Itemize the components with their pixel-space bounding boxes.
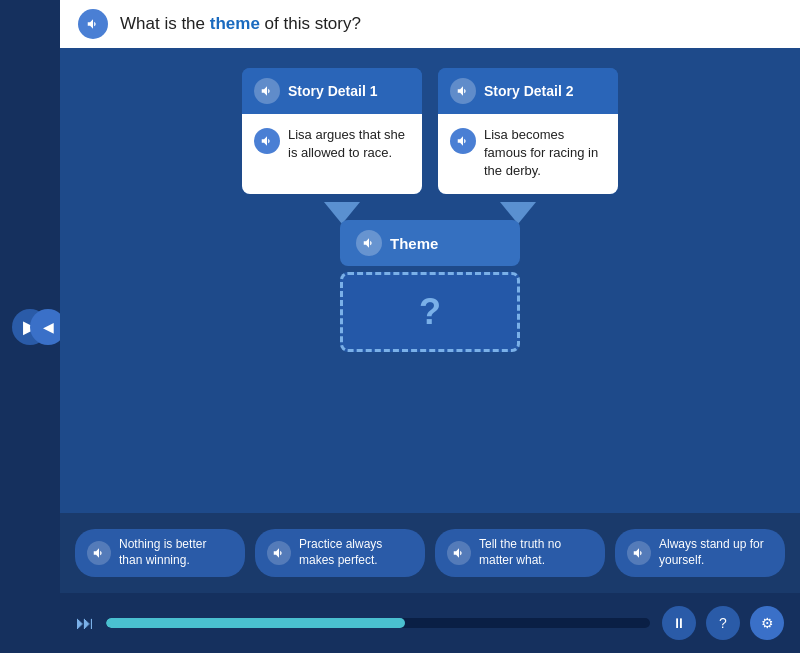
settings-icon: ⚙ xyxy=(761,615,774,631)
story-card-2-speaker[interactable] xyxy=(450,78,476,104)
pause-button[interactable]: ⏸ xyxy=(662,606,696,640)
theme-label: Theme xyxy=(390,235,438,252)
question-prefix: What is the xyxy=(120,14,210,33)
answer-choice-1[interactable]: Nothing is better than winning. xyxy=(75,529,245,576)
question-highlight: theme xyxy=(210,14,260,33)
question-suffix: of this story? xyxy=(260,14,361,33)
progress-bar-fill xyxy=(106,618,405,628)
question-text: What is the theme of this story? xyxy=(120,14,361,34)
theme-placeholder: ? xyxy=(419,291,441,333)
question-speaker-icon[interactable] xyxy=(78,9,108,39)
skip-button[interactable]: ⏭ xyxy=(76,613,94,634)
progress-bar-container xyxy=(106,618,650,628)
side-panel-icon: ◀ xyxy=(43,319,54,335)
footer-controls: ⏸ ? ⚙ xyxy=(662,606,784,640)
answer-3-speaker[interactable] xyxy=(447,541,471,565)
answer-4-text: Always stand up for yourself. xyxy=(659,537,773,568)
story-card-2-body: Lisa becomes famous for racing in the de… xyxy=(438,114,618,194)
help-icon: ? xyxy=(719,615,727,631)
footer-bar: ⏭ ⏸ ? ⚙ xyxy=(60,593,800,653)
story-card-1-body-speaker[interactable] xyxy=(254,128,280,154)
story-card-2-text: Lisa becomes famous for racing in the de… xyxy=(484,126,606,181)
answer-choice-3[interactable]: Tell the truth no matter what. xyxy=(435,529,605,576)
story-card-1-body-speaker-icon xyxy=(260,134,274,148)
story-card-1-speaker-icon xyxy=(260,84,274,98)
story-card-1-header: Story Detail 1 xyxy=(242,68,422,114)
story-card-2-title: Story Detail 2 xyxy=(484,83,573,99)
answer-1-speaker[interactable] xyxy=(87,541,111,565)
story-card-1-text: Lisa argues that she is allowed to race. xyxy=(288,126,410,162)
bottom-answer-bar: Nothing is better than winning. Practice… xyxy=(60,513,800,593)
answer-2-text: Practice always makes perfect. xyxy=(299,537,413,568)
story-card-2-header: Story Detail 2 xyxy=(438,68,618,114)
theme-drop-zone[interactable]: ? xyxy=(340,272,520,352)
answer-choice-2[interactable]: Practice always makes perfect. xyxy=(255,529,425,576)
theme-container: Theme ? xyxy=(340,224,520,352)
story-card-2-body-speaker-icon xyxy=(456,134,470,148)
story-card-2-body-speaker[interactable] xyxy=(450,128,476,154)
help-button[interactable]: ? xyxy=(706,606,740,640)
answer-2-speaker[interactable] xyxy=(267,541,291,565)
main-content: Story Detail 1 Lisa argues that she is a… xyxy=(60,48,800,593)
story-cards-row: Story Detail 1 Lisa argues that she is a… xyxy=(242,68,618,194)
story-card-1-speaker[interactable] xyxy=(254,78,280,104)
theme-card[interactable]: Theme xyxy=(340,220,520,266)
story-card-1-body: Lisa argues that she is allowed to race. xyxy=(242,114,422,194)
answer-4-speaker-icon xyxy=(632,546,646,560)
story-card-2-speaker-icon xyxy=(456,84,470,98)
settings-button[interactable]: ⚙ xyxy=(750,606,784,640)
story-card-1-title: Story Detail 1 xyxy=(288,83,377,99)
speaker-svg xyxy=(86,17,100,31)
pause-icon: ⏸ xyxy=(672,615,686,631)
theme-speaker[interactable] xyxy=(356,230,382,256)
answer-3-text: Tell the truth no matter what. xyxy=(479,537,593,568)
answer-4-speaker[interactable] xyxy=(627,541,651,565)
theme-speaker-icon xyxy=(362,236,376,250)
answer-1-speaker-icon xyxy=(92,546,106,560)
answer-3-speaker-icon xyxy=(452,546,466,560)
answer-choice-4[interactable]: Always stand up for yourself. xyxy=(615,529,785,576)
story-card-1[interactable]: Story Detail 1 Lisa argues that she is a… xyxy=(242,68,422,194)
answer-1-text: Nothing is better than winning. xyxy=(119,537,233,568)
answer-2-speaker-icon xyxy=(272,546,286,560)
story-card-2[interactable]: Story Detail 2 Lisa becomes famous for r… xyxy=(438,68,618,194)
question-bar: What is the theme of this story? xyxy=(60,0,800,48)
